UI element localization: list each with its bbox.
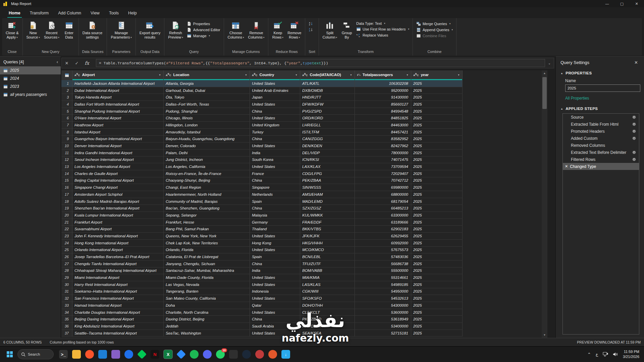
ribbon-button-append-queries[interactable]: Append Queries▾: [415, 27, 454, 33]
scroll-down-icon[interactable]: ▼: [542, 332, 547, 338]
cell-year[interactable]: 2025: [411, 302, 463, 309]
cell-code-iata-icao-[interactable]: SIN/WSSS: [300, 184, 355, 191]
taskbar-app-spotify[interactable]: [190, 350, 199, 359]
cell-location[interactable]: Frankfurt, Hesse: [164, 219, 250, 226]
menu-tab-home[interactable]: Home: [4, 9, 25, 18]
cell-code-iata-icao-[interactable]: LAS/KLAS: [300, 281, 355, 288]
cell-code-iata-icao-[interactable]: ORD/KORD: [300, 115, 355, 122]
table-row[interactable]: 29Miami International AirportMiami-Dade …: [61, 274, 463, 281]
cell-location[interactable]: Santacruz-Sahar, Mumbai, Maharashtra: [164, 267, 250, 275]
cell-code-iata-icao-[interactable]: HKG/VHHH: [300, 240, 355, 247]
table-row[interactable]: 21Frankfurt AirportFrankfurt, HesseGerma…: [61, 219, 463, 226]
table-row[interactable]: 15Beijing Capital International AirportC…: [61, 177, 463, 184]
taskbar-app-whatsapp[interactable]: 10: [216, 350, 225, 359]
cell-country[interactable]: United States: [250, 330, 300, 337]
column-header-location[interactable]: ABCLocation▼: [164, 70, 250, 79]
table-row[interactable]: 12Seoul Incheon International AirportJun…: [61, 157, 463, 164]
cell-totalpassengers[interactable]: 106302208: [355, 80, 411, 87]
cell-location[interactable]: Charlotte, North Carolina: [164, 309, 250, 316]
cell-airport[interactable]: Orlando International Airport: [72, 247, 164, 254]
cell-year[interactable]: 2025: [411, 281, 463, 288]
cell-airport[interactable]: Indira Gandhi International Airport: [72, 149, 164, 157]
cell-country[interactable]: United States: [250, 309, 300, 316]
cell-airport[interactable]: Charlotte Douglas International Airport: [72, 309, 164, 316]
ribbon-button-remove-columns[interactable]: RemoveColumns▾: [246, 20, 266, 41]
applied-step-filtered-rows[interactable]: Filtered Rows: [563, 156, 639, 163]
table-row[interactable]: 30Harry Reid International AirportLas Ve…: [61, 281, 463, 288]
table-row[interactable]: 1Hartsfield–Jackson Atlanta Internationa…: [61, 80, 463, 87]
cell-totalpassengers[interactable]: 84463000: [355, 122, 411, 129]
cell-location[interactable]: Changi, East Region: [164, 184, 250, 191]
menu-tab-help[interactable]: Help: [123, 9, 142, 18]
ribbon-button-remove-rows[interactable]: RemoveRows▾: [286, 20, 303, 41]
cell-totalpassengers[interactable]: 68179054: [355, 198, 411, 205]
ribbon-button-choose-columns[interactable]: ChooseColumns▾: [226, 20, 246, 41]
cell-totalpassengers[interactable]: 84851825: [355, 115, 411, 122]
cell-location[interactable]: Orlando, Florida: [164, 247, 250, 254]
cell-country[interactable]: United States: [250, 247, 300, 254]
cell-airport[interactable]: Charles de Gaulle Airport: [72, 170, 164, 177]
cell-location[interactable]: Daxing District, Beijing: [164, 316, 250, 323]
cell-totalpassengers[interactable]: 63189666: [355, 219, 411, 226]
table-row[interactable]: 13Los Angeles International AirportLos A…: [61, 163, 463, 170]
taskbar-app-steam[interactable]: [242, 350, 251, 359]
language-indicator[interactable]: ع: [596, 352, 598, 357]
cell-code-iata-icao-[interactable]: JED/OEJN: [300, 323, 355, 330]
cell-totalpassengers[interactable]: 54950000: [355, 288, 411, 295]
menu-tab-view[interactable]: View: [86, 9, 104, 18]
query-item-all-years-passengers[interactable]: all years passengers: [0, 90, 61, 99]
cell-year[interactable]: 2025: [411, 330, 463, 337]
cell-totalpassengers[interactable]: 63300000: [355, 212, 411, 219]
column-header-country[interactable]: ABCCountry▼: [250, 70, 300, 79]
cell-location[interactable]: Bao'an, Shenzhen, Guangdong: [164, 205, 250, 212]
ribbon-button-sort[interactable]: ZA: [307, 27, 315, 33]
cell-year[interactable]: 2025: [411, 274, 463, 281]
cell-country[interactable]: Indonesia: [250, 288, 300, 295]
cell-year[interactable]: 2025: [411, 219, 463, 226]
cell-country[interactable]: Japan: [250, 94, 300, 101]
applied-step-added-custom[interactable]: Added Custom: [563, 135, 639, 142]
menu-tab-tools[interactable]: Tools: [104, 9, 123, 18]
minimize-button[interactable]: —: [600, 0, 614, 7]
query-item-2025[interactable]: 2025: [0, 66, 61, 74]
cell-location[interactable]: Las Vegas, Nevada: [164, 281, 250, 288]
cell-totalpassengers[interactable]: 68800000: [355, 191, 411, 198]
ribbon-button-manage[interactable]: Manage▾: [185, 33, 222, 39]
formula-input[interactable]: = Table.TransformColumnTypes(#"Filtered …: [96, 59, 545, 67]
cell-airport[interactable]: Denver International Airport: [72, 142, 164, 149]
cell-totalpassengers[interactable]: 53400000: [355, 323, 411, 330]
cell-airport[interactable]: Amsterdam Airport Schiphol: [72, 191, 164, 198]
cell-country[interactable]: Spain: [250, 198, 300, 205]
cell-year[interactable]: 2025: [411, 309, 463, 316]
cell-code-iata-icao-[interactable]: FRA/EDDF: [300, 219, 355, 226]
taskbar-app-file-explorer[interactable]: [72, 350, 81, 359]
volume-icon[interactable]: [613, 352, 618, 357]
cell-airport[interactable]: Tokyo Haneda Airport: [72, 94, 164, 101]
cell-totalpassengers[interactable]: 73709594: [355, 163, 411, 170]
cell-year[interactable]: 2025: [411, 87, 463, 94]
cell-location[interactable]: Haarlemmermeer, North Holland: [164, 191, 250, 198]
cell-totalpassengers[interactable]: 55314661: [355, 274, 411, 281]
cell-code-iata-icao-[interactable]: CGK/WIII: [300, 288, 355, 295]
cell-location[interactable]: Garhoud, Dubai, Dubai: [164, 87, 250, 94]
cell-year[interactable]: 2025: [411, 115, 463, 122]
cell-code-iata-icao-[interactable]: MAD/LEMD: [300, 198, 355, 205]
table-row[interactable]: 16Singapore Changi AirportChangi, East R…: [61, 184, 463, 191]
cell-code-iata-icao-[interactable]: MCO/KMCO: [300, 247, 355, 254]
cell-code-iata-icao-[interactable]: DOH/OTHH: [300, 302, 355, 309]
applied-step-extracted-text-before-delimiter[interactable]: Extracted Text Before Delimiter: [563, 149, 639, 156]
cell-code-iata-icao-[interactable]: CLT/KCLT: [300, 309, 355, 316]
ribbon-button-keep-rows[interactable]: KeepRows▾: [270, 20, 285, 41]
table-row[interactable]: 14Charles de Gaulle AirportRoissy-en-Fra…: [61, 170, 463, 177]
cell-airport[interactable]: Beijing Capital International Airport: [72, 177, 164, 184]
gear-icon[interactable]: [632, 115, 636, 119]
applied-step-extracted-table-from-html[interactable]: Extracted Table From Html: [563, 121, 639, 128]
filter-button[interactable]: ▼: [457, 73, 461, 77]
cell-location[interactable]: Chek Lap Kok, New Territories: [164, 240, 250, 247]
applied-step-promoted-headers[interactable]: Promoted Headers: [563, 128, 639, 135]
cell-country[interactable]: United States: [250, 281, 300, 288]
cell-year[interactable]: 2025: [411, 101, 463, 108]
menu-tab-add-column[interactable]: Add Column: [53, 9, 86, 18]
cell-airport[interactable]: Adolfo Suárez Madrid–Barajas Airport: [72, 198, 164, 205]
cell-year[interactable]: 2025: [411, 157, 463, 164]
